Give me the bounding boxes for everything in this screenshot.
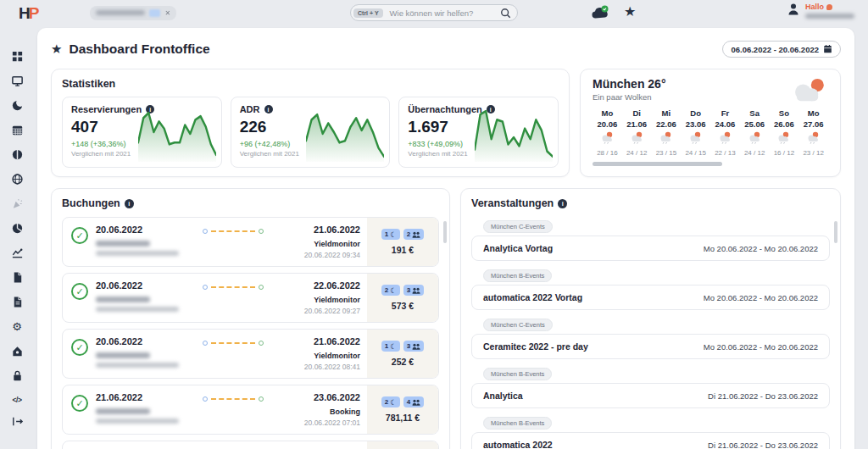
event-row[interactable]: automatica 2022 Di 21.06.2022 - Do 23.06… [471,432,830,449]
search-input[interactable]: Wie können wir helfen? [383,8,500,18]
dashboard-grid-icon[interactable] [10,49,24,63]
cloud-status-icon[interactable] [591,5,609,20]
info-icon[interactable] [558,199,567,208]
event-row[interactable]: Ceramitec 2022 - pre day Mo 20.06.2022 -… [471,334,830,359]
weather-day: Mi 22.06 23 / 15 [652,108,682,157]
event-item: München B-Events automatica 2022 Vortag … [471,266,830,310]
home-icon[interactable] [10,344,24,358]
booking-source: Yieldmonitor [272,296,360,304]
weather-day-name: Sa [740,108,770,118]
lock-icon[interactable] [10,369,24,382]
events-scrollbar-thumb[interactable] [834,221,837,243]
event-category-tag: München B-Events [483,417,552,430]
weather-day-name: So [770,108,799,118]
favorites-star-icon[interactable]: ★ [624,3,636,20]
weather-day-date: 20.06 [593,119,622,129]
calendar-icon [823,44,832,54]
booking-checkout-date: 23.06.2022 [272,392,360,402]
weather-day-date: 24.06 [710,119,740,129]
checkin-dot-icon [203,396,208,402]
booking-row[interactable]: 20.06.2022 21.06.2022 Yieldmonitor 20.06… [62,217,439,267]
stat-title: Übernachtungen [408,104,481,114]
partly-cloudy-icon [630,131,644,144]
weather-day-name: Mo [593,108,622,118]
booking-price: 781,11 € [386,413,420,423]
booking-checkout-date: 21.06.2022 [272,336,360,346]
checkin-dot-icon [203,229,208,234]
booking-row[interactable]: 26.06.2022 30.06.2022 4 3 [62,441,439,449]
global-search[interactable]: Ctrl + Y Wie können wir helfen? [350,4,518,21]
page-favorite-star-icon[interactable]: ★ [51,42,62,57]
guest-detail-redacted [96,251,179,256]
weather-day-temp: 28 / 16 [593,149,622,157]
moon-icon [390,230,397,239]
weather-day: Mo 20.06 28 / 16 [593,108,622,157]
checkout-dot-icon [259,229,264,234]
weather-scrollbar-thumb[interactable] [593,162,722,166]
booking-price: 191 € [392,245,414,255]
stay-connector [203,396,264,402]
booking-created-timestamp: 20.06.2022 09:34 [272,251,360,259]
stay-connector [203,229,264,234]
search-icon[interactable] [500,8,511,19]
date-range-picker[interactable]: 06.06.2022 - 20.06.2022 [722,41,841,58]
event-category-tag: München C-Events [483,220,553,233]
info-icon[interactable] [125,199,134,208]
globe-icon[interactable] [10,172,24,186]
partly-cloudy-icon [806,131,821,144]
guest-detail-redacted [96,419,179,424]
nights-badge: 2 [381,396,400,407]
weather-day-date: 22.06 [652,119,682,129]
booking-row[interactable]: 20.06.2022 22.06.2022 Yieldmonitor 20.06… [62,273,439,323]
sparkline-chart [475,109,553,162]
monitor-icon[interactable] [10,74,24,87]
guests-badge: 3 [403,285,424,296]
booking-price-box: 1 2 191 € [367,218,438,266]
sparkline-chart [138,109,216,162]
logout-icon[interactable] [10,414,24,428]
confetti-icon[interactable] [10,197,24,210]
event-name: automatica 2022 Vortag [483,292,582,302]
booking-source: Booking [272,407,360,416]
weather-day-name: Fr [710,108,740,118]
pie-chart-icon[interactable] [10,221,24,235]
guest-detail-redacted [96,363,179,368]
close-icon[interactable]: ✕ [164,9,170,17]
stay-connector [203,341,264,346]
disc-split-icon[interactable] [10,147,24,161]
weather-day-date: 25.06 [740,119,770,129]
app-logo[interactable]: HP [19,5,37,21]
checkout-dot-icon [259,341,264,346]
file-icon[interactable] [10,270,24,284]
bookings-scrollbar-thumb[interactable] [443,221,447,243]
gear-icon[interactable]: ⚙ [10,319,24,333]
info-icon[interactable] [264,105,273,114]
event-item: München C-Events Analytica Vortag Mo 20.… [471,217,830,261]
event-item: München B-Events Analytica Di 21.06.2022… [471,364,830,408]
file-text-icon[interactable] [10,295,24,308]
booking-row[interactable]: 20.06.2022 21.06.2022 Yieldmonitor 20.06… [62,329,439,379]
stat-card: Übernachtungen 1.697 +833 (+49,09%) Verg… [398,97,559,168]
topbar: HP ✕ Ctrl + Y Wie können wir helfen? ★ H… [0,0,868,25]
sidebar-nav: ⚙ </> [0,25,34,449]
event-row[interactable]: Analytica Di 21.06.2022 - Do 23.06.2022 [471,383,830,408]
user-menu[interactable]: Hallo [787,3,854,19]
events-section: Veranstaltungen München C-Events Analyti… [460,188,841,449]
booking-price: 252 € [392,357,414,367]
code-icon[interactable]: </> [10,393,24,407]
booking-row[interactable]: 21.06.2022 23.06.2022 Booking 20.06.2022… [62,385,439,435]
moon-icon[interactable] [10,98,24,112]
event-row[interactable]: Analytica Vortag Mo 20.06.2022 - Mo 20.0… [471,236,830,261]
guest-name-redacted [96,408,150,414]
event-row[interactable]: automatica 2022 Vortag Mo 20.06.2022 - M… [471,285,830,310]
hotel-selector[interactable]: ✕ [90,6,176,20]
bookings-section: Buchungen 20.06.2022 21.06.2022 Yieldmon… [51,188,450,449]
calendar-icon[interactable] [10,123,24,136]
partly-cloudy-icon [748,131,762,144]
weather-condition: Ein paar Wolken [593,92,666,102]
event-name: automatica 2022 [483,440,553,449]
cloud-sun-icon [789,77,828,103]
stat-title: ADR [240,104,260,114]
chart-line-icon[interactable] [10,246,24,259]
event-name: Analytica Vortag [483,243,553,253]
